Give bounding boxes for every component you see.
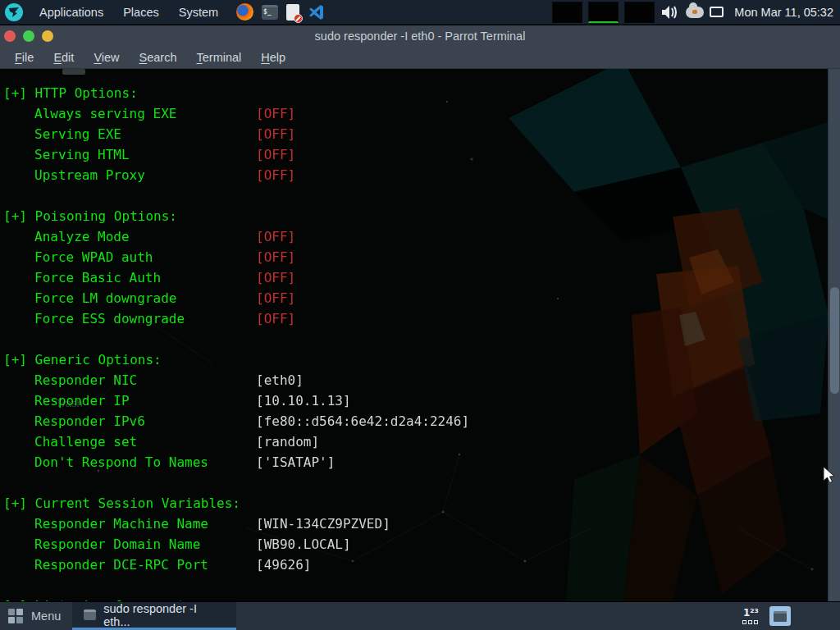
blocked-badge-icon — [294, 14, 303, 23]
terminal-blank-line — [0, 185, 827, 206]
terminal-line: Serving HTML[OFF] — [0, 144, 827, 165]
maximize-button[interactable] — [42, 30, 53, 42]
option-label: Force LM downgrade — [34, 290, 176, 306]
terminal-partial-line: [+] Listening for events... — [0, 596, 827, 601]
task-label: sudo responder -I eth... — [103, 602, 225, 628]
terminal-line: Force LM downgrade[OFF] — [0, 288, 827, 308]
option-label: Upstream Proxy — [34, 167, 145, 183]
menubar-item-terminal[interactable]: Terminal — [189, 48, 250, 66]
panel-launchers: $_ — [236, 3, 326, 21]
terminal-line: Responder Domain Name[WB90.LOCAL] — [0, 534, 827, 555]
terminal-line: Force ESS downgrade[OFF] — [0, 308, 827, 329]
pager-boxes — [742, 620, 758, 624]
terminal-line: Don't Respond To Names['ISATAP'] — [0, 452, 827, 472]
panel-status-area: Mon Mar 11, 05:32 — [552, 2, 840, 23]
terminal-line: Analyze Mode[OFF] — [0, 226, 827, 247]
terminal-line: Always serving EXE[OFF] — [0, 103, 827, 124]
option-value: [WB90.LOCAL] — [256, 534, 351, 555]
workspace-2-active[interactable] — [588, 2, 619, 23]
terminal-section-header: [+] Poisoning Options: — [0, 206, 827, 226]
document-blocked-icon[interactable] — [286, 4, 299, 21]
option-label: Responder DCE-RPC Port — [34, 557, 208, 573]
parrot-bird-glyph — [5, 3, 23, 21]
close-button[interactable] — [4, 30, 16, 42]
terminal-blank-line — [0, 329, 827, 349]
option-label: Responder NIC — [34, 372, 137, 388]
option-value: [eth0] — [256, 370, 304, 390]
terminal-line: Force WPAD auth[OFF] — [0, 247, 827, 267]
terminal-blank-line — [0, 472, 827, 493]
option-label: Responder IP — [34, 393, 130, 409]
terminal-line: Challenge set[random] — [0, 431, 827, 452]
mouse-cursor — [820, 465, 838, 485]
task-terminal-icon — [84, 609, 96, 620]
workspace-1[interactable] — [552, 2, 582, 23]
menu-grid-icon — [8, 609, 23, 623]
option-label: Serving EXE — [34, 126, 121, 142]
start-menu-button[interactable]: Menu — [0, 602, 72, 630]
option-label: Responder IPv6 — [34, 413, 145, 429]
option-label: Responder Machine Name — [34, 516, 208, 532]
option-value: [fe80::d564:6e42:d2a4:2246] — [256, 411, 469, 431]
bottom-taskbar: Menu sudo responder -I eth... 1²³ — [0, 602, 840, 630]
terminal-line: Responder DCE-RPC Port[49626] — [0, 555, 827, 575]
window-title: sudo responder -I eth0 - Parrot Terminal — [0, 30, 840, 43]
terminal-scrollbar-track[interactable] — [828, 69, 840, 601]
panel-clock[interactable]: Mon Mar 11, 05:32 — [729, 6, 837, 19]
terminal-line: Serving EXE[OFF] — [0, 124, 827, 144]
workspace-3[interactable] — [624, 2, 655, 23]
option-value: [OFF] — [256, 124, 295, 144]
option-value: ['ISATAP'] — [256, 452, 335, 472]
menubar-item-help[interactable]: Help — [253, 48, 294, 66]
taskbar-task-responder[interactable]: sudo responder -I eth... — [72, 602, 236, 630]
option-value: [49626] — [256, 555, 311, 575]
menubar-item-edit[interactable]: Edit — [45, 48, 82, 66]
option-label: Force Basic Auth — [34, 270, 161, 285]
option-label: Analyze Mode — [34, 229, 130, 244]
window-controls — [0, 30, 53, 42]
option-value: [OFF] — [256, 103, 295, 124]
menu-applications[interactable]: Applications — [31, 2, 112, 22]
firefox-icon[interactable] — [236, 3, 253, 21]
menu-system[interactable]: System — [171, 2, 226, 22]
terminal-output: [+] HTTP Options:Always serving EXE[OFF]… — [0, 69, 827, 601]
panel-menus: Applications Places System — [0, 2, 226, 22]
terminal-blank-line — [0, 575, 827, 596]
option-value: [WIN-134CZ9PZVED] — [256, 514, 390, 534]
parrot-os-logo-icon[interactable] — [5, 3, 23, 21]
tray-active-terminal-icon[interactable] — [769, 606, 791, 626]
menubar-item-file[interactable]: File — [7, 48, 42, 66]
taskbar-tray: 1²³ — [742, 606, 840, 626]
terminal-section-header: [+] Current Session Variables: — [0, 493, 827, 514]
tray-terminal-glyph — [774, 611, 787, 622]
option-label: Responder Domain Name — [34, 536, 200, 552]
workspace-pager-icon[interactable]: 1²³ — [742, 607, 763, 625]
terminal-line: Responder NIC[eth0] — [0, 370, 827, 390]
option-label: Serving HTML — [34, 147, 130, 162]
updates-cloud-icon[interactable] — [686, 7, 704, 18]
option-value: [OFF] — [256, 288, 295, 308]
option-value: [OFF] — [256, 165, 295, 185]
top-panel: Applications Places System $_ Mon Mar 11… — [0, 0, 840, 25]
terminal-section-header: [+] Generic Options: — [0, 349, 827, 370]
option-value: [OFF] — [256, 247, 295, 267]
option-value: [10.10.1.13] — [256, 390, 351, 411]
minimize-button[interactable] — [23, 30, 34, 42]
menubar-item-view[interactable]: View — [85, 48, 127, 66]
menubar-item-search[interactable]: Search — [131, 48, 185, 66]
option-value: [OFF] — [256, 144, 295, 165]
option-label: Challenge set — [34, 434, 137, 450]
terminal-launcher-icon[interactable]: $_ — [262, 5, 278, 20]
terminal-line: Responder Machine Name[WIN-134CZ9PZVED] — [0, 514, 827, 534]
option-label: Don't Respond To Names — [34, 454, 208, 470]
terminal-viewport[interactable]: Trash [+] HTTP Options:Always serving EX… — [0, 69, 840, 601]
menu-places[interactable]: Places — [115, 2, 167, 22]
terminal-line: Responder IP[10.10.1.13] — [0, 390, 827, 411]
terminal-line: Upstream Proxy[OFF] — [0, 165, 827, 185]
display-icon[interactable] — [710, 7, 724, 17]
vscode-icon[interactable] — [308, 3, 326, 21]
terminal-scrollbar-thumb[interactable] — [830, 287, 839, 394]
window-titlebar[interactable]: sudo responder -I eth0 - Parrot Terminal — [0, 25, 840, 47]
volume-icon[interactable] — [660, 4, 680, 21]
start-menu-label: Menu — [31, 609, 61, 623]
